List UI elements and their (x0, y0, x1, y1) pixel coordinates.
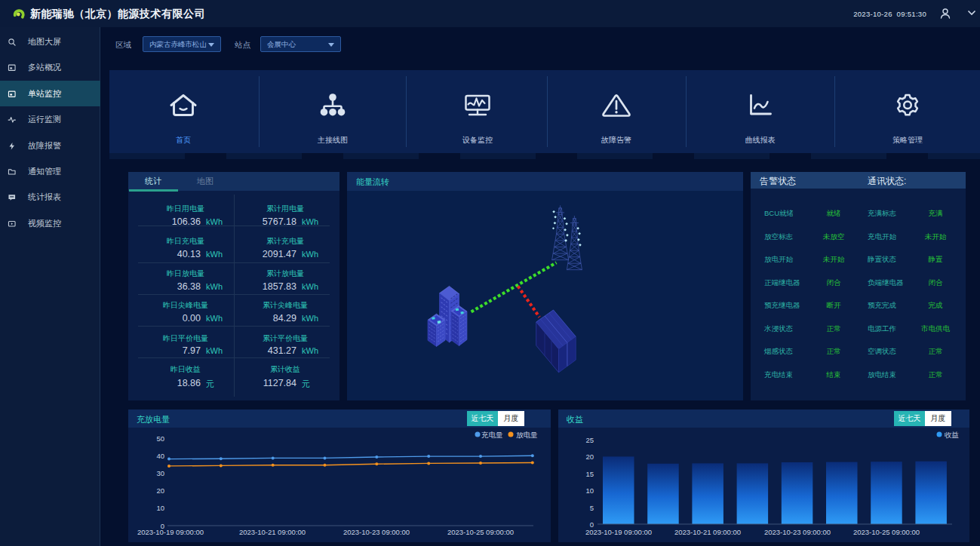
svg-text:25: 25 (585, 436, 594, 444)
svg-text:2023-10-25 09:00:00: 2023-10-25 09:00:00 (447, 528, 514, 536)
svg-text:15: 15 (585, 470, 594, 478)
svg-text:20: 20 (156, 486, 164, 495)
svg-text:5: 5 (590, 504, 594, 512)
svg-text:40: 40 (156, 452, 164, 460)
svg-text:10: 10 (585, 486, 594, 495)
svg-text:30: 30 (156, 469, 164, 477)
svg-text:50: 50 (156, 434, 164, 443)
svg-text:10: 10 (156, 504, 164, 512)
svg-text:放电量: 放电量 (516, 431, 538, 439)
svg-text:充电量: 充电量 (481, 431, 503, 439)
svg-text:2023-10-23 09:00:00: 2023-10-23 09:00:00 (343, 528, 410, 536)
svg-text:2023-10-19 09:00:00: 2023-10-19 09:00:00 (585, 528, 652, 536)
svg-text:2023-10-21 09:00:00: 2023-10-21 09:00:00 (674, 528, 741, 536)
svg-text:20: 20 (585, 452, 594, 461)
svg-text:2023-10-19 09:00:00: 2023-10-19 09:00:00 (137, 528, 204, 536)
svg-text:2023-10-23 09:00:00: 2023-10-23 09:00:00 (764, 528, 831, 536)
svg-text:2023-10-21 09:00:00: 2023-10-21 09:00:00 (239, 528, 306, 536)
svg-text:2023-10-25 09:00:00: 2023-10-25 09:00:00 (853, 528, 920, 536)
svg-text:收益: 收益 (945, 431, 960, 439)
